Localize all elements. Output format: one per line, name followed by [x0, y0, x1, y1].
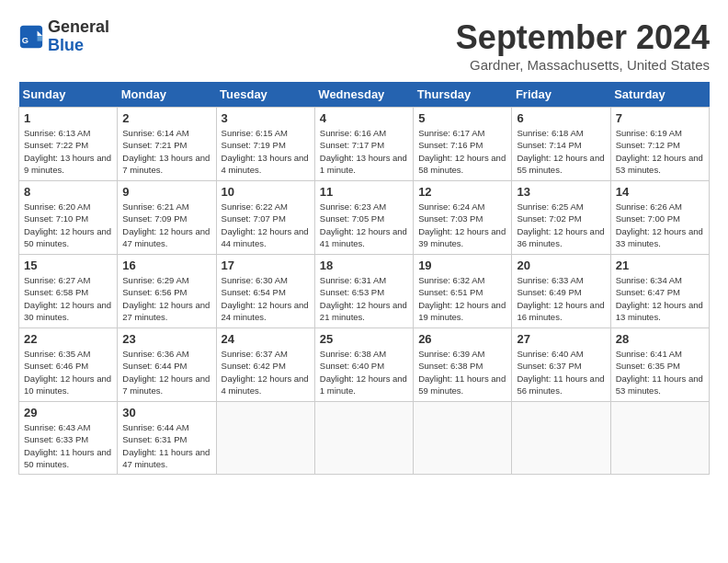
calendar-cell: 2Sunrise: 6:14 AMSunset: 7:21 PMDaylight…	[118, 108, 216, 181]
calendar-cell	[512, 402, 610, 475]
calendar-cell: 7Sunrise: 6:19 AMSunset: 7:12 PMDaylight…	[610, 108, 709, 181]
day-info: Sunrise: 6:44 AMSunset: 6:31 PMDaylight:…	[122, 421, 210, 470]
day-info: Sunrise: 6:35 AMSunset: 6:46 PMDaylight:…	[24, 348, 112, 396]
day-number: 21	[616, 259, 704, 272]
day-info: Sunrise: 6:21 AMSunset: 7:09 PMDaylight:…	[122, 201, 210, 249]
day-info: Sunrise: 6:17 AMSunset: 7:16 PMDaylight:…	[418, 127, 506, 176]
calendar-cell: 18Sunrise: 6:31 AMSunset: 6:53 PMDayligh…	[314, 255, 413, 328]
day-number: 29	[24, 406, 112, 419]
calendar-cell: 17Sunrise: 6:30 AMSunset: 6:54 PMDayligh…	[216, 255, 314, 328]
calendar-cell: 10Sunrise: 6:22 AMSunset: 7:07 PMDayligh…	[216, 181, 314, 255]
day-number: 10	[222, 185, 310, 199]
calendar-cell: 27Sunrise: 6:40 AMSunset: 6:37 PMDayligh…	[512, 328, 610, 402]
day-number: 3	[222, 111, 310, 125]
calendar-cell: 29Sunrise: 6:43 AMSunset: 6:33 PMDayligh…	[19, 402, 118, 475]
weekday-header-saturday: Saturday	[610, 82, 709, 108]
day-number: 8	[24, 185, 112, 199]
day-info: Sunrise: 6:31 AMSunset: 6:53 PMDaylight:…	[320, 274, 408, 323]
calendar-cell: 30Sunrise: 6:44 AMSunset: 6:31 PMDayligh…	[118, 402, 216, 475]
calendar-cell	[610, 402, 709, 475]
title-section: September 2024 Gardner, Massachusetts, U…	[456, 18, 710, 73]
calendar-cell	[216, 402, 314, 475]
logo: G General Blue	[18, 18, 109, 55]
day-info: Sunrise: 6:20 AMSunset: 7:10 PMDaylight:…	[24, 201, 112, 249]
day-number: 6	[517, 111, 605, 125]
calendar-cell: 5Sunrise: 6:17 AMSunset: 7:16 PMDaylight…	[414, 108, 512, 181]
day-info: Sunrise: 6:25 AMSunset: 7:02 PMDaylight:…	[517, 201, 605, 249]
calendar-cell: 4Sunrise: 6:16 AMSunset: 7:17 PMDaylight…	[314, 108, 413, 181]
calendar-cell: 6Sunrise: 6:18 AMSunset: 7:14 PMDaylight…	[512, 108, 610, 181]
logo-icon: G	[18, 24, 44, 50]
day-info: Sunrise: 6:43 AMSunset: 6:33 PMDaylight:…	[24, 421, 112, 470]
day-info: Sunrise: 6:34 AMSunset: 6:47 PMDaylight:…	[616, 274, 704, 323]
calendar-cell: 16Sunrise: 6:29 AMSunset: 6:56 PMDayligh…	[118, 255, 216, 328]
day-info: Sunrise: 6:19 AMSunset: 7:12 PMDaylight:…	[616, 127, 704, 176]
calendar-cell: 28Sunrise: 6:41 AMSunset: 6:35 PMDayligh…	[610, 328, 709, 402]
day-info: Sunrise: 6:36 AMSunset: 6:44 PMDaylight:…	[122, 348, 210, 396]
day-number: 20	[517, 259, 605, 272]
calendar-table: SundayMondayTuesdayWednesdayThursdayFrid…	[18, 82, 710, 475]
day-number: 4	[320, 111, 408, 125]
calendar-cell: 13Sunrise: 6:25 AMSunset: 7:02 PMDayligh…	[512, 181, 610, 255]
day-info: Sunrise: 6:38 AMSunset: 6:40 PMDaylight:…	[320, 348, 408, 396]
day-info: Sunrise: 6:41 AMSunset: 6:35 PMDaylight:…	[616, 348, 704, 396]
day-info: Sunrise: 6:16 AMSunset: 7:17 PMDaylight:…	[320, 127, 408, 176]
svg-marker-2	[38, 36, 43, 41]
weekday-header-thursday: Thursday	[414, 82, 512, 108]
day-info: Sunrise: 6:26 AMSunset: 7:00 PMDaylight:…	[616, 201, 704, 249]
day-info: Sunrise: 6:18 AMSunset: 7:14 PMDaylight:…	[517, 127, 605, 176]
day-number: 9	[122, 185, 210, 199]
weekday-header-sunday: Sunday	[19, 82, 118, 108]
day-number: 28	[616, 332, 704, 346]
day-info: Sunrise: 6:39 AMSunset: 6:38 PMDaylight:…	[418, 348, 506, 396]
calendar-cell: 9Sunrise: 6:21 AMSunset: 7:09 PMDaylight…	[118, 181, 216, 255]
day-number: 27	[517, 332, 605, 346]
day-info: Sunrise: 6:13 AMSunset: 7:22 PMDaylight:…	[24, 127, 112, 176]
day-number: 26	[418, 332, 506, 346]
day-info: Sunrise: 6:27 AMSunset: 6:58 PMDaylight:…	[24, 274, 112, 323]
location-title: Gardner, Massachusetts, United States	[456, 57, 710, 73]
day-number: 14	[616, 185, 704, 199]
day-info: Sunrise: 6:30 AMSunset: 6:54 PMDaylight:…	[222, 274, 310, 323]
calendar-week-row: 15Sunrise: 6:27 AMSunset: 6:58 PMDayligh…	[19, 255, 710, 328]
day-number: 13	[517, 185, 605, 199]
day-number: 7	[616, 111, 704, 125]
day-info: Sunrise: 6:23 AMSunset: 7:05 PMDaylight:…	[320, 201, 408, 249]
calendar-week-row: 22Sunrise: 6:35 AMSunset: 6:46 PMDayligh…	[19, 328, 710, 402]
calendar-cell: 23Sunrise: 6:36 AMSunset: 6:44 PMDayligh…	[118, 328, 216, 402]
svg-text:G: G	[22, 36, 28, 45]
calendar-cell: 1Sunrise: 6:13 AMSunset: 7:22 PMDaylight…	[19, 108, 118, 181]
weekday-header-tuesday: Tuesday	[216, 82, 314, 108]
calendar-cell: 22Sunrise: 6:35 AMSunset: 6:46 PMDayligh…	[19, 328, 118, 402]
calendar-cell	[414, 402, 512, 475]
day-number: 17	[222, 259, 310, 272]
day-number: 19	[418, 259, 506, 272]
calendar-cell: 26Sunrise: 6:39 AMSunset: 6:38 PMDayligh…	[414, 328, 512, 402]
calendar-week-row: 1Sunrise: 6:13 AMSunset: 7:22 PMDaylight…	[19, 108, 710, 181]
calendar-cell: 15Sunrise: 6:27 AMSunset: 6:58 PMDayligh…	[19, 255, 118, 328]
weekday-header-friday: Friday	[512, 82, 610, 108]
calendar-cell: 20Sunrise: 6:33 AMSunset: 6:49 PMDayligh…	[512, 255, 610, 328]
logo-text: General Blue	[48, 18, 109, 55]
calendar-cell: 25Sunrise: 6:38 AMSunset: 6:40 PMDayligh…	[314, 328, 413, 402]
calendar-cell: 3Sunrise: 6:15 AMSunset: 7:19 PMDaylight…	[216, 108, 314, 181]
weekday-header-monday: Monday	[118, 82, 216, 108]
calendar-cell: 8Sunrise: 6:20 AMSunset: 7:10 PMDaylight…	[19, 181, 118, 255]
calendar-cell: 12Sunrise: 6:24 AMSunset: 7:03 PMDayligh…	[414, 181, 512, 255]
day-info: Sunrise: 6:24 AMSunset: 7:03 PMDaylight:…	[418, 201, 506, 249]
day-number: 15	[24, 259, 112, 272]
day-number: 12	[418, 185, 506, 199]
day-info: Sunrise: 6:32 AMSunset: 6:51 PMDaylight:…	[418, 274, 506, 323]
calendar-cell: 19Sunrise: 6:32 AMSunset: 6:51 PMDayligh…	[414, 255, 512, 328]
day-info: Sunrise: 6:15 AMSunset: 7:19 PMDaylight:…	[222, 127, 310, 176]
day-number: 11	[320, 185, 408, 199]
calendar-cell: 14Sunrise: 6:26 AMSunset: 7:00 PMDayligh…	[610, 181, 709, 255]
weekday-header-wednesday: Wednesday	[314, 82, 413, 108]
day-number: 16	[122, 259, 210, 272]
day-number: 24	[222, 332, 310, 346]
calendar-cell: 24Sunrise: 6:37 AMSunset: 6:42 PMDayligh…	[216, 328, 314, 402]
day-info: Sunrise: 6:40 AMSunset: 6:37 PMDaylight:…	[517, 348, 605, 396]
day-info: Sunrise: 6:37 AMSunset: 6:42 PMDaylight:…	[222, 348, 310, 396]
day-number: 5	[418, 111, 506, 125]
calendar-cell: 11Sunrise: 6:23 AMSunset: 7:05 PMDayligh…	[314, 181, 413, 255]
